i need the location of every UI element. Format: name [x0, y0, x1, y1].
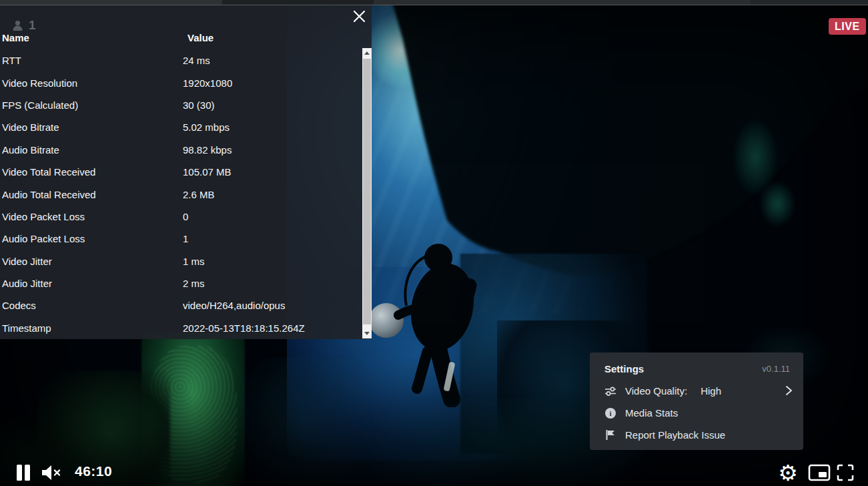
stat-value: 1920x1080 [183, 77, 362, 89]
stat-value: 24 ms [183, 55, 362, 66]
stat-value: 5.02 mbps [183, 121, 362, 133]
stats-table-row: Audio Packet Loss1 [0, 228, 362, 250]
sliders-icon [604, 386, 616, 397]
stat-value: 105.07 MB [183, 166, 362, 178]
stat-value: 2022-05-13T18:18:15.264Z [183, 322, 362, 334]
video-player: LIVE 1 Name Value RTT24 msVideo Resoluti… [0, 0, 868, 486]
stats-table-row: FPS (Calculated)30 (30) [0, 94, 362, 116]
stat-name: Video Bitrate [0, 121, 183, 133]
viewer-count: 1 [11, 18, 36, 33]
stats-table-row: Audio Total Received2.6 MB [0, 183, 362, 205]
stat-value: 0 [183, 211, 362, 222]
stats-scrollbar[interactable] [362, 48, 372, 338]
live-badge-label: LIVE [835, 21, 860, 33]
fullscreen-icon[interactable] [834, 461, 857, 484]
live-badge: LIVE [829, 18, 866, 35]
pause-icon[interactable] [13, 462, 33, 483]
stat-name: Video Resolution [0, 77, 183, 89]
stat-name: RTT [0, 55, 183, 66]
stats-table-row: Video Resolution1920x1080 [0, 71, 362, 93]
chevron-right-icon [784, 385, 793, 398]
settings-menu-header: Settings v0.1.11 [604, 361, 790, 376]
stat-name: Video Total Received [0, 166, 183, 178]
window-top-edge [0, 0, 868, 5]
menu-item-label: Report Playback Issue [625, 429, 725, 441]
video-quality-value: High [701, 385, 721, 397]
settings-title: Settings [604, 363, 644, 375]
stats-table-row: Audio Bitrate98.82 kbps [0, 139, 362, 161]
stat-value: 1 ms [183, 256, 362, 267]
stat-value: 1 [183, 233, 362, 244]
pip-icon[interactable] [806, 462, 833, 483]
stats-table-row: Video Jitter1 ms [0, 250, 362, 272]
menu-item-video-quality[interactable]: Video Quality: High [604, 380, 790, 402]
menu-item-report-issue[interactable]: Report Playback Issue [604, 424, 790, 446]
stat-name: Audio Total Received [0, 189, 183, 200]
stats-table-row: Codecsvideo/H264,audio/opus [0, 294, 362, 316]
scroll-up-icon[interactable] [362, 48, 372, 58]
viewer-count-value: 1 [29, 18, 36, 33]
settings-menu: Settings v0.1.11 Video Quality: High [590, 352, 803, 450]
stat-name: Audio Bitrate [0, 144, 183, 156]
stats-col-name: Name [0, 32, 183, 43]
stats-table-row: RTT24 ms [0, 49, 362, 71]
stats-table-header: Name Value [0, 29, 362, 45]
settings-version: v0.1.11 [762, 364, 790, 374]
stats-table-row: Audio Jitter2 ms [0, 272, 362, 294]
stat-name: Audio Jitter [0, 278, 183, 289]
stat-value: 98.82 kbps [183, 144, 362, 156]
scroll-down-icon[interactable] [362, 328, 372, 338]
flag-icon [604, 429, 616, 441]
stat-name: Audio Packet Loss [0, 233, 183, 244]
stats-table-row: Timestamp2022-05-13T18:18:15.264Z [0, 317, 362, 339]
stat-value: 2 ms [183, 278, 362, 289]
gear-icon[interactable]: ⚙ [775, 459, 801, 486]
stat-name: Video Jitter [0, 256, 183, 267]
stats-table-row: Video Total Received105.07 MB [0, 161, 362, 183]
stats-table-row: Video Packet Loss0 [0, 206, 362, 228]
stats-table-row: Video Bitrate5.02 mbps [0, 116, 362, 138]
stat-name: Codecs [0, 300, 183, 311]
stat-name: Timestamp [0, 322, 183, 334]
playback-time: 46:10 [75, 463, 112, 479]
menu-item-media-stats[interactable]: i Media Stats [604, 402, 790, 424]
stat-name: FPS (Calculated) [0, 99, 183, 111]
menu-item-label: Video Quality: [625, 385, 687, 397]
info-icon: i [604, 408, 616, 419]
stats-col-value: Value [183, 32, 362, 43]
volume-muted-icon[interactable] [39, 463, 64, 482]
stat-value: video/H264,audio/opus [183, 300, 362, 311]
close-icon[interactable] [348, 5, 370, 27]
menu-item-label: Media Stats [625, 407, 678, 419]
stats-table-body: RTT24 msVideo Resolution1920x1080FPS (Ca… [0, 49, 362, 339]
stat-name: Video Packet Loss [0, 211, 183, 222]
stat-value: 2.6 MB [183, 189, 362, 200]
media-stats-panel: 1 Name Value RTT24 msVideo Resolution192… [0, 0, 372, 339]
stat-value: 30 (30) [183, 99, 362, 111]
viewer-icon [11, 19, 24, 32]
scrollbar-thumb[interactable] [363, 59, 371, 324]
